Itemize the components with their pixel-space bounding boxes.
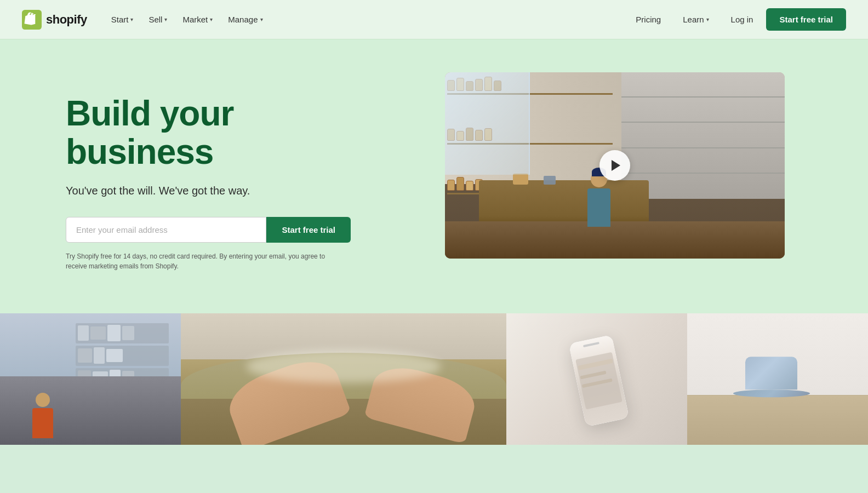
gallery-scene-hat: [687, 313, 868, 445]
logo-text: shopify: [46, 13, 87, 27]
gallery-item-warehouse[interactable]: [0, 313, 181, 445]
gallery-item-crafting[interactable]: [181, 313, 506, 445]
nav-market-chevron: ▾: [210, 16, 213, 22]
play-button[interactable]: [599, 150, 630, 181]
hat-object: [745, 357, 810, 397]
nav-links: Start ▾ Sell ▾ Market ▾ Manage ▾: [105, 10, 270, 28]
nav-start[interactable]: Start ▾: [105, 10, 140, 28]
hero-section: Build your business You've got the will.…: [0, 39, 868, 313]
hero-disclaimer: Try Shopify free for 14 days, no credit …: [66, 251, 340, 271]
nav-market[interactable]: Market ▾: [176, 10, 219, 28]
gallery-item-mobile[interactable]: [506, 313, 687, 445]
gallery-scene-mobile: [506, 313, 687, 445]
hero-right: [406, 72, 824, 259]
nav-learn-button[interactable]: Learn ▾: [674, 10, 717, 28]
navbar-left: shopify Start ▾ Sell ▾ Market ▾ Manage ▾: [22, 10, 270, 30]
nav-learn-chevron: ▾: [706, 16, 709, 22]
gallery-scene-warehouse: [0, 313, 181, 445]
hero-left: Build your business You've got the will.…: [66, 72, 373, 271]
navbar-right: Pricing Learn ▾ Log in Start free trial: [627, 8, 846, 31]
logo[interactable]: shopify: [22, 10, 87, 30]
hero-subtitle: You've got the will. We've got the way.: [66, 185, 373, 197]
nav-manage-chevron: ▾: [260, 16, 263, 22]
shop-floor: [445, 221, 785, 259]
nav-start-chevron: ▾: [130, 16, 133, 22]
gallery-item-hat[interactable]: [687, 313, 868, 445]
nav-manage[interactable]: Manage ▾: [221, 10, 269, 28]
gallery-scene-crafting: [181, 313, 506, 445]
nav-learn-label: Learn: [683, 15, 704, 24]
play-icon: [612, 160, 620, 171]
nav-sell[interactable]: Sell ▾: [142, 10, 174, 28]
nav-pricing-button[interactable]: Pricing: [627, 10, 670, 28]
nav-market-label: Market: [182, 15, 208, 24]
person-figure: [587, 171, 610, 227]
hero-title: Build your business: [66, 94, 373, 171]
nav-sell-chevron: ▾: [164, 16, 167, 22]
shopify-logo-icon: [22, 10, 42, 30]
nav-trial-button[interactable]: Start free trial: [766, 8, 846, 31]
hero-image: [445, 72, 785, 259]
warehouse-person: [32, 393, 53, 438]
hero-form: Start free trial: [66, 217, 351, 243]
navbar: shopify Start ▾ Sell ▾ Market ▾ Manage ▾…: [0, 0, 868, 39]
nav-manage-label: Manage: [228, 15, 258, 24]
shop-table: [479, 180, 649, 225]
email-input[interactable]: [66, 217, 266, 243]
nav-start-label: Start: [111, 15, 129, 24]
nav-sell-label: Sell: [149, 15, 162, 24]
hero-trial-button[interactable]: Start free trial: [266, 217, 351, 243]
nav-login-button[interactable]: Log in: [722, 10, 762, 28]
gallery: [0, 313, 868, 445]
shop-window: [445, 72, 530, 175]
